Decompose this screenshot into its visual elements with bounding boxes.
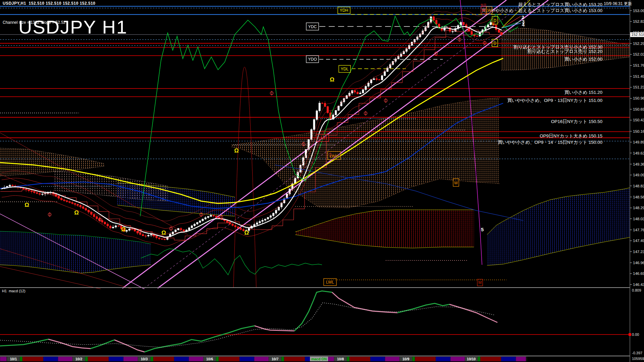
candle-body <box>58 196 60 198</box>
candle-body <box>378 79 380 80</box>
candle-body <box>490 22 492 25</box>
macd-main-line <box>145 326 255 352</box>
price-axis-label: 149.095 <box>633 173 644 177</box>
session-segment <box>480 357 501 361</box>
session-segment <box>436 357 450 361</box>
chart-window: ΩΩΩΩΩΩΩ超えるとストップロス買い小さめ 153.20買いやや小さめ・超える… <box>0 0 644 362</box>
omega-marker-yellow: Ω <box>330 76 334 83</box>
trade-annotation[interactable]: 超えるとストップロス買い小さめ 153.20 <box>518 2 602 7</box>
candle-body <box>384 71 386 75</box>
macd-main-line <box>48 339 91 349</box>
candle-body <box>180 229 182 230</box>
candle-body <box>107 224 108 226</box>
candle-body <box>61 198 62 200</box>
candle-body <box>321 103 323 103</box>
omega-marker-yellow: Ω <box>244 230 249 236</box>
candle-body <box>36 193 38 194</box>
candle-body <box>194 224 196 226</box>
trade-annotation[interactable]: 買い小さめ 152.00 <box>565 57 603 62</box>
candle-body <box>270 216 271 218</box>
candle-body <box>273 213 274 216</box>
trade-annotation[interactable]: 買い小さめ 151.20 <box>565 90 603 95</box>
candle-body <box>142 235 144 236</box>
price-axis-label: 147.495 <box>633 239 644 243</box>
object-box-label: YDO <box>308 57 317 62</box>
object-box-label: LMH <box>318 136 327 140</box>
trade-annotation[interactable]: 買いやや小さめ、OP9・13日NYカット 151.00 <box>507 98 602 103</box>
update-time-label[interactable]: 10/9 06:31 更新 <box>604 1 632 7</box>
trade-annotation[interactable]: OP16日NYカット 150.50 <box>551 119 602 124</box>
candle-body <box>327 107 329 113</box>
candle-body <box>264 219 266 220</box>
candle-body <box>215 216 217 217</box>
candle-body <box>368 83 369 86</box>
candle-body <box>55 194 57 196</box>
object-box-label: LWH <box>330 154 338 159</box>
object-box-label: W <box>454 181 458 185</box>
candle-body <box>83 207 84 208</box>
session-segment <box>516 357 526 361</box>
session-segment <box>415 357 436 361</box>
session-segment <box>385 357 399 361</box>
trade-annotation[interactable]: 割り込むとストップロス売り 152.20 <box>527 49 602 54</box>
session-segment <box>281 357 284 361</box>
candle-body <box>303 158 304 165</box>
candle-body <box>115 226 117 227</box>
object-box-label: YDC <box>308 24 317 29</box>
date-axis-label: 10/3 <box>141 357 148 361</box>
candle-body <box>197 223 198 224</box>
trade-annotation[interactable]: 買いやや小さめ・超えるとストップロス買い小さめ 153.00 <box>481 8 602 13</box>
object-box-label: YDL <box>341 67 349 71</box>
wave-count-label: 5 <box>481 227 484 232</box>
price-axis-label: 152.030 <box>633 52 644 56</box>
trade-annotation[interactable]: OP9日NYカット大きめ 150.15 <box>540 133 602 138</box>
chart-canvas: ΩΩΩΩΩΩΩ超えるとストップロス買い小さめ 153.20買いやや小さめ・超える… <box>0 0 644 362</box>
candle-body <box>126 230 127 231</box>
session-segment <box>254 357 269 361</box>
omega-marker-yellow: Ω <box>161 230 166 236</box>
red-loop-curve <box>233 67 256 288</box>
session-segment <box>153 357 174 361</box>
candle-body <box>145 236 147 236</box>
price-axis-label: 146.960 <box>633 261 644 265</box>
candle-body <box>88 210 90 212</box>
candle-body <box>69 201 70 202</box>
watermark-title: USDJPY H1 <box>18 16 127 38</box>
trade-annotation[interactable]: 買いやや小さめ、OP9・14・15日NYカット 150.00 <box>498 140 602 145</box>
candle-body <box>313 120 315 130</box>
candle-body <box>335 110 337 115</box>
date-axis-label: 10/9 <box>402 357 410 361</box>
candle-body <box>262 220 263 221</box>
object-box-label: LWL <box>326 280 334 285</box>
candle-body <box>22 188 24 189</box>
price-axis-label: 150.160 <box>633 129 644 133</box>
session-segment <box>85 357 88 361</box>
candle-body <box>362 89 364 93</box>
price-axis-label: 151.230 <box>633 85 644 89</box>
object-box-label: M <box>482 8 485 13</box>
session-segment <box>370 357 385 361</box>
price-axis-label: 147.230 <box>633 250 644 254</box>
price-axis-label: 147.760 <box>633 228 644 232</box>
session-segment <box>450 357 465 361</box>
candle-body <box>376 79 377 79</box>
session-segment <box>109 357 123 361</box>
candle-body <box>316 111 318 120</box>
candle-body <box>498 30 500 33</box>
object-box-label: YDH <box>340 8 348 13</box>
session-segment <box>58 357 72 361</box>
date-axis-label: 10/8 <box>337 357 344 361</box>
session-segment <box>0 357 7 361</box>
price-axis-label: 148.295 <box>633 206 644 210</box>
session-segment <box>239 357 254 361</box>
price-axis-label: 146.695 <box>633 272 644 276</box>
macd-main-line <box>0 339 48 346</box>
price-axis-label: 149.630 <box>633 151 644 155</box>
candle-body <box>104 222 106 224</box>
candle-body <box>207 217 209 218</box>
candle-body <box>311 129 312 139</box>
candle-body <box>240 228 241 230</box>
object-box-label: W <box>487 8 491 13</box>
candle-body <box>275 210 277 213</box>
macd-main-line <box>91 340 114 349</box>
